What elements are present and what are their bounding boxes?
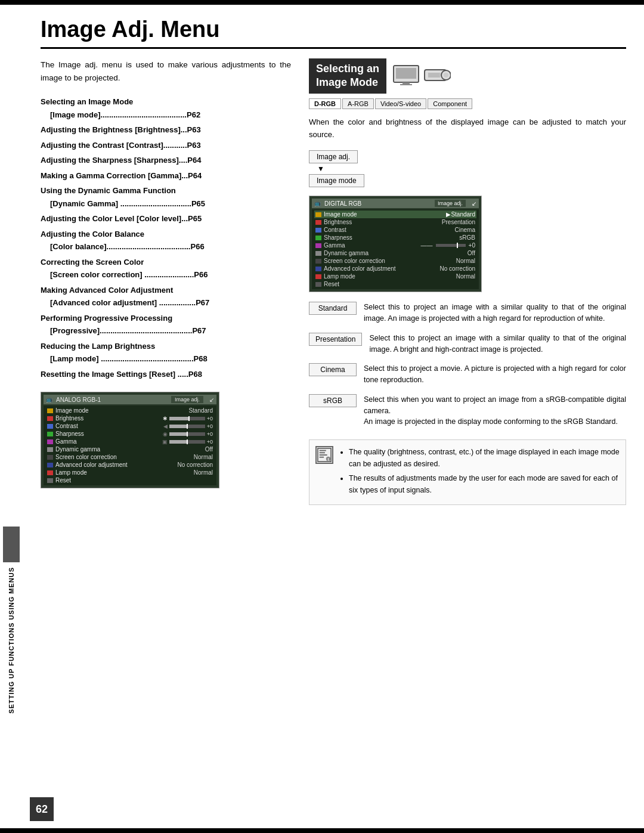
row-label: Image mode <box>55 407 89 414</box>
sidebar-block <box>3 527 20 562</box>
note-icon: i <box>315 446 333 464</box>
list-item: Screen color correction Normal <box>46 453 214 461</box>
row-label: Reset <box>55 477 71 484</box>
row-value: Off <box>205 446 213 453</box>
row-label: Advanced color adjustment <box>55 462 128 468</box>
toc-label: Adjusting the Sharpness [Sharpness]....P… <box>41 156 201 165</box>
row-label: Image mode <box>324 211 357 218</box>
tab-d-rgb[interactable]: D-RGB <box>309 98 341 109</box>
list-item: Contrast Cinema <box>314 226 476 234</box>
row-value: Normal <box>456 258 475 264</box>
list-item: Sharpness sRGB <box>314 234 476 241</box>
row-value: Normal <box>456 273 475 280</box>
row-value: sRGB <box>459 234 475 241</box>
right-column: Selecting an Image Mode <box>309 58 626 505</box>
mode-label-presentation: Presentation <box>309 333 362 346</box>
toc-entry: Adjusting the Brightness [Brightness]...… <box>41 124 291 136</box>
main-content: Image Adj. Menu The Image adj. menu is u… <box>23 5 644 527</box>
page-title: Image Adj. Menu <box>41 17 626 49</box>
toc-label: [Screen color correction] ..............… <box>50 270 208 279</box>
toc-label: [Dynamic Gamma] ........................… <box>50 199 205 208</box>
svg-rect-11 <box>320 454 327 456</box>
note-svg-icon: i <box>317 447 332 463</box>
input-type-tabs[interactable]: D-RGB A-RGB Video/S-video Component <box>309 98 626 109</box>
desktop-monitor-icon <box>392 64 420 88</box>
list-item: Image mode Standard <box>46 407 214 414</box>
row-value: Cinema <box>455 227 475 233</box>
row-label: Contrast <box>55 423 78 429</box>
list-item: Reset <box>46 476 214 484</box>
list-item: Brightness ✱ +0 <box>46 414 214 422</box>
page-number: 62 <box>30 797 54 821</box>
row-label: Dynamic gamma <box>324 250 369 256</box>
list-item: Sharpness ◉ +0 <box>46 430 214 438</box>
row-icon <box>315 267 321 271</box>
section-title-line2: Image Mode <box>316 76 379 89</box>
row-icon <box>47 455 53 460</box>
table-of-contents: Selecting an Image Mode [Image mode]....… <box>41 96 291 380</box>
toc-entry: Adjusting the Sharpness [Sharpness]....P… <box>41 154 291 166</box>
row-icon <box>315 220 321 225</box>
list-item: Advanced color adjustment No correction <box>314 265 476 272</box>
tab-component[interactable]: Component <box>428 98 472 109</box>
list-item: Contrast ◀ +0 <box>46 422 214 430</box>
toc-label: Reducing the Lamp Brightness <box>41 342 155 351</box>
row-label: Screen color correction <box>55 454 117 460</box>
toc-entry: Resetting the Image Settings [Reset] ...… <box>41 368 291 380</box>
tab-a-rgb[interactable]: A-RGB <box>342 98 374 109</box>
tab-video-svideo[interactable]: Video/S-video <box>375 98 426 109</box>
row-label: Gamma <box>55 438 77 445</box>
row-value: —— +0 <box>421 242 475 249</box>
projector-svg <box>423 66 451 84</box>
slider-bar: ◀ +0 <box>163 423 213 429</box>
menu-box-image-adj: Image adj. <box>309 150 358 163</box>
toc-entry: Making Advanced Color Adjustment <box>41 284 291 296</box>
monitor-svg <box>392 64 420 86</box>
list-item: Lamp mode Normal <box>46 469 214 476</box>
svg-rect-10 <box>320 452 325 453</box>
row-label: Reset <box>324 281 339 287</box>
analog-screenshot: 📺 ANALOG RGB-1 Image adj. ↙ Image mode S… <box>41 392 219 488</box>
toc-entry: [Color balance].........................… <box>41 241 291 253</box>
row-icon <box>47 408 53 413</box>
toc-label: [Color balance].........................… <box>50 242 205 251</box>
row-label: Contrast <box>324 227 346 233</box>
screenshot-content: Image mode ▶Standard Brightness Presenta… <box>312 209 479 289</box>
analog-content: Image mode Standard Brightness ✱ +0 <box>44 405 216 485</box>
menu-arrow: ▼ <box>309 165 626 173</box>
projector-icon <box>423 66 451 86</box>
row-icon <box>47 470 53 475</box>
list-item: Lamp mode Normal <box>314 272 476 280</box>
toc-entry: Selecting an Image Mode <box>41 96 291 108</box>
screenshot-close-icon: ↙ <box>472 200 476 207</box>
row-label: Sharpness <box>55 431 84 437</box>
mode-option-srgb: sRGB Select this when you want to projec… <box>309 394 626 428</box>
mode-option-cinema: Cinema Select this to project a movie. A… <box>309 363 626 386</box>
row-icon <box>47 432 53 436</box>
svg-text:i: i <box>327 457 329 462</box>
row-icon <box>315 212 321 217</box>
mode-label-standard: Standard <box>309 302 357 315</box>
row-label: Gamma <box>324 242 345 249</box>
toc-entry: [Screen color correction] ..............… <box>41 269 291 281</box>
screenshot-titlebar: 📺 DIGITAL RGB Image adj. ↙ <box>312 199 479 208</box>
toc-label: Making a Gamma Correction [Gamma]...P64 <box>41 171 202 180</box>
top-bar <box>0 0 644 5</box>
mode-options-list: Standard Select this to project an image… <box>309 302 626 428</box>
mode-desc-standard: Select this to project an image with a s… <box>364 302 626 324</box>
svg-rect-12 <box>320 457 324 458</box>
note-item-2: The results of adjustments made by the u… <box>349 472 620 496</box>
analog-close: ↙ <box>209 397 214 403</box>
row-value: Normal <box>194 469 213 476</box>
row-icon <box>47 478 53 483</box>
row-icon <box>315 243 321 248</box>
analog-titlebar: 📺 ANALOG RGB-1 Image adj. ↙ <box>44 395 216 404</box>
row-value: Normal <box>194 454 213 460</box>
monitor-icons <box>392 64 451 88</box>
toc-entry: [Image mode]............................… <box>41 109 291 121</box>
toc-label: Correcting the Screen Color <box>41 258 144 267</box>
two-column-layout: The Image adj. menu is used to make vari… <box>41 58 626 505</box>
svg-rect-7 <box>428 73 440 78</box>
slider-bar: ◉ +0 <box>163 431 213 437</box>
svg-rect-2 <box>402 82 410 84</box>
